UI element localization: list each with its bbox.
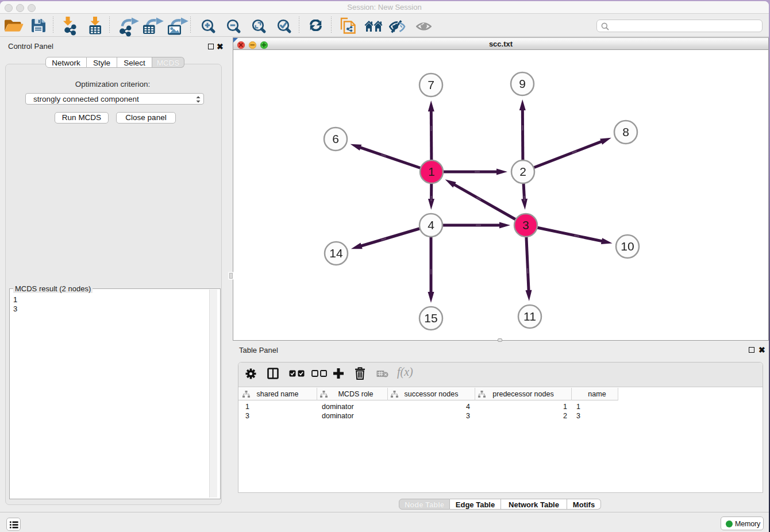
svg-text:10: 10: [621, 240, 634, 253]
svg-text:11: 11: [523, 310, 536, 323]
svg-text:6: 6: [332, 132, 339, 145]
svg-text:14: 14: [329, 246, 343, 260]
svg-text:4: 4: [428, 218, 434, 232]
svg-text:2: 2: [519, 165, 526, 178]
svg-text:9: 9: [519, 77, 526, 90]
svg-text:8: 8: [622, 125, 629, 138]
svg-text:7: 7: [428, 78, 434, 91]
svg-text:15: 15: [424, 311, 437, 325]
svg-text:1: 1: [428, 165, 435, 178]
svg-text:3: 3: [522, 218, 529, 232]
